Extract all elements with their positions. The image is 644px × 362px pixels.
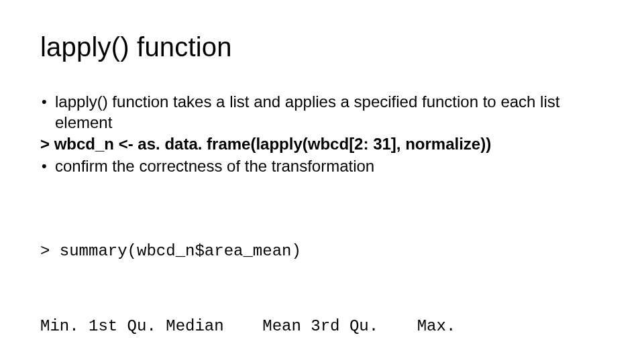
- console-output: > summary(wbcd_n$area_mean) Min. 1st Qu.…: [40, 189, 604, 362]
- console-line: > summary(wbcd_n$area_mean): [40, 239, 604, 263]
- bullet-text: confirm the correctness of the transform…: [55, 156, 604, 177]
- body-content: • lapply() function takes a list and app…: [40, 92, 604, 177]
- slide-title: lapply() function: [40, 32, 604, 62]
- console-line: Min. 1st Qu. Median Mean 3rd Qu. Max.: [40, 314, 604, 339]
- bullet-marker: •: [40, 156, 55, 176]
- bullet-item: • lapply() function takes a list and app…: [40, 92, 604, 133]
- bullet-marker: •: [40, 92, 55, 112]
- code-line: > wbcd_n <- as. data. frame(lapply(wbcd[…: [40, 134, 604, 155]
- bullet-item: • confirm the correctness of the transfo…: [40, 156, 604, 177]
- bullet-text: lapply() function takes a list and appli…: [55, 92, 604, 133]
